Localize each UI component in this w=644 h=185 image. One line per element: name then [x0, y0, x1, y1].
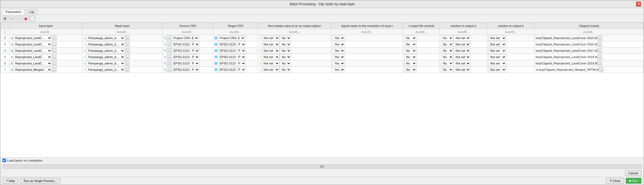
- table-container[interactable]: Input layer Mask layer Source CRS Target…: [0, 23, 644, 157]
- mask-layer-select[interactable]: Pampanga_admin_boundary: [86, 55, 125, 59]
- load-layers-checkbox[interactable]: [2, 159, 6, 162]
- autofill-alpha[interactable]: Autofill...: [403, 29, 440, 35]
- input-layer-browse[interactable]: ...: [52, 55, 57, 59]
- output-browse-btn[interactable]: ...: [597, 48, 602, 53]
- not-set1-select[interactable]: Not set: [454, 61, 470, 66]
- mask-layer-browse[interactable]: ...: [125, 48, 130, 53]
- source-crs-select[interactable]: EPSG:3123 - P: [171, 61, 199, 66]
- mask-layer-browse[interactable]: ...: [125, 36, 130, 40]
- clipped-res-select[interactable]: Yes: [332, 55, 345, 59]
- input-layer-select[interactable]: Reprojected_LandCover 2015: [13, 36, 52, 40]
- mask-layer-browse[interactable]: ...: [125, 42, 130, 47]
- remove-row-button[interactable]: −: [16, 15, 22, 21]
- autofill-mask[interactable]: Autofill...: [82, 29, 162, 35]
- autofill-res1[interactable]: Autofill...: [440, 29, 487, 35]
- source-crs-btn[interactable]: ...: [167, 61, 171, 66]
- not-set2-select[interactable]: Not set: [488, 36, 506, 40]
- mask-layer-select[interactable]: Pampanga_admin_boundary: [86, 36, 125, 40]
- not-set1-select[interactable]: Not set: [454, 42, 470, 47]
- source-crs-select[interactable]: Project CRS: E: [171, 36, 199, 40]
- nodata-val-select[interactable]: No: [280, 48, 291, 53]
- output-alpha-select[interactable]: No: [404, 55, 417, 59]
- nodata-val-select[interactable]: No: [280, 42, 291, 47]
- nodata-val-select[interactable]: No: [280, 67, 291, 72]
- mask-layer-select[interactable]: Pampanga_admin_boundary: [86, 42, 125, 47]
- input-layer-select[interactable]: Reprojected_LandCover 2017: [13, 48, 52, 53]
- clipped-res-select[interactable]: Yes: [332, 67, 345, 72]
- help-button[interactable]: ? Parameters Help: [2, 178, 18, 184]
- output-alpha-select[interactable]: No: [404, 42, 417, 47]
- not-set2-select[interactable]: Not set: [488, 67, 506, 72]
- output-browse-btn[interactable]: ...: [597, 61, 602, 66]
- output-browse-btn[interactable]: ...: [597, 55, 602, 59]
- not-set2-select[interactable]: Not set: [488, 48, 506, 53]
- res-out1-select[interactable]: No: [441, 36, 453, 40]
- nodata-select[interactable]: Not set: [262, 61, 280, 66]
- run-single-button[interactable]: Run as Single Process...: [20, 178, 60, 184]
- clipped-res-select[interactable]: Yes: [332, 36, 345, 40]
- not-set2-select[interactable]: Not set: [488, 42, 506, 47]
- not-set2-select[interactable]: Not set: [488, 55, 506, 59]
- source-crs-btn[interactable]: ...: [167, 42, 171, 47]
- input-layer-select[interactable]: Reprojected_LandCover 2019: [13, 61, 52, 66]
- output-browse-btn[interactable]: ...: [597, 42, 602, 47]
- autofill-res2[interactable]: Autofill...: [487, 29, 534, 35]
- mask-layer-select[interactable]: Pampanga_admin_boundary: [86, 48, 125, 53]
- nodata-select[interactable]: Not set: [262, 42, 280, 47]
- source-crs-select[interactable]: EPSG:3123 - P: [171, 42, 199, 47]
- target-crs-select[interactable]: EPSG:3123 - P: [218, 48, 246, 53]
- source-crs-btn[interactable]: ...: [167, 48, 171, 53]
- res-out1-select[interactable]: No: [441, 55, 453, 59]
- output-browse-btn[interactable]: ...: [597, 36, 602, 40]
- input-layer-browse[interactable]: ...: [52, 48, 57, 53]
- output-alpha-select[interactable]: No: [404, 67, 417, 72]
- autofill-clipped[interactable]: Autofill...: [331, 29, 403, 35]
- mask-layer-browse[interactable]: ...: [125, 61, 130, 66]
- res-out1-select[interactable]: No: [441, 67, 453, 72]
- autofill-target-crs[interactable]: Autofill...: [213, 29, 258, 35]
- target-crs-select[interactable]: EPSG:3123 - P: [218, 67, 246, 72]
- cancel-button[interactable]: Cancel: [625, 170, 642, 176]
- not-set1-select[interactable]: Not set: [454, 48, 470, 53]
- target-crs-select[interactable]: EPSG:3123 - P: [218, 55, 246, 59]
- input-layer-browse[interactable]: ...: [52, 42, 57, 47]
- load-layers-label[interactable]: Load layers on completion: [2, 159, 42, 162]
- input-layer-select[interactable]: Reprojected_Merged_SRTM [E: [13, 67, 52, 72]
- target-crs-select[interactable]: EPSG:3123 - P: [218, 61, 246, 66]
- mask-layer-browse[interactable]: ...: [125, 55, 130, 59]
- res-out1-select[interactable]: No: [441, 42, 453, 47]
- target-crs-select[interactable]: Project CRS: E: [218, 36, 245, 40]
- clipped-res-select[interactable]: Yes: [332, 48, 345, 53]
- res-out1-select[interactable]: No: [441, 61, 453, 66]
- source-crs-select[interactable]: EPSG:3123 - P: [171, 67, 199, 72]
- add-file-button[interactable]: +: [9, 15, 15, 21]
- output-browse-btn[interactable]: ...: [599, 67, 603, 72]
- output-alpha-select[interactable]: No: [404, 36, 417, 40]
- nodata-val-select[interactable]: No: [280, 61, 291, 66]
- output-alpha-select[interactable]: No: [404, 48, 417, 53]
- input-layer-browse[interactable]: ...: [52, 61, 57, 66]
- close-button[interactable]: ✕ Close: [606, 178, 624, 184]
- output-alpha-select[interactable]: No: [404, 61, 417, 66]
- not-set2-select[interactable]: Not set: [488, 61, 506, 66]
- not-set1-select[interactable]: Not set: [454, 67, 470, 72]
- autofill-output[interactable]: Autofill...: [534, 29, 644, 35]
- autofill-input[interactable]: Autofill...: [9, 29, 82, 35]
- source-crs-select[interactable]: EPSG:3123 - P: [171, 48, 199, 53]
- stop-button[interactable]: ◼: [23, 15, 29, 21]
- res-out1-select[interactable]: No: [441, 48, 453, 53]
- run-button[interactable]: ▶ Run: [626, 178, 642, 184]
- nodata-val-select[interactable]: No: [280, 55, 291, 59]
- source-crs-select[interactable]: EPSG:3123 - P: [171, 55, 199, 59]
- mask-layer-select[interactable]: Pampanga_admin_boundary: [86, 61, 125, 66]
- not-set1-select[interactable]: Not set: [454, 36, 470, 40]
- input-layer-browse[interactable]: ...: [52, 67, 57, 72]
- nodata-val-select[interactable]: No: [280, 36, 291, 40]
- nodata-select[interactable]: Not set: [262, 36, 280, 40]
- mask-layer-select[interactable]: Pampanga_admin_boundary: [86, 67, 125, 72]
- open-button[interactable]: 📄: [30, 15, 36, 21]
- input-layer-browse[interactable]: ...: [52, 36, 57, 40]
- autofill-source-crs[interactable]: Autofill...: [162, 29, 213, 35]
- input-layer-select[interactable]: Reprojected_LandCover 2016: [13, 42, 52, 47]
- nodata-select[interactable]: Not set: [262, 55, 280, 59]
